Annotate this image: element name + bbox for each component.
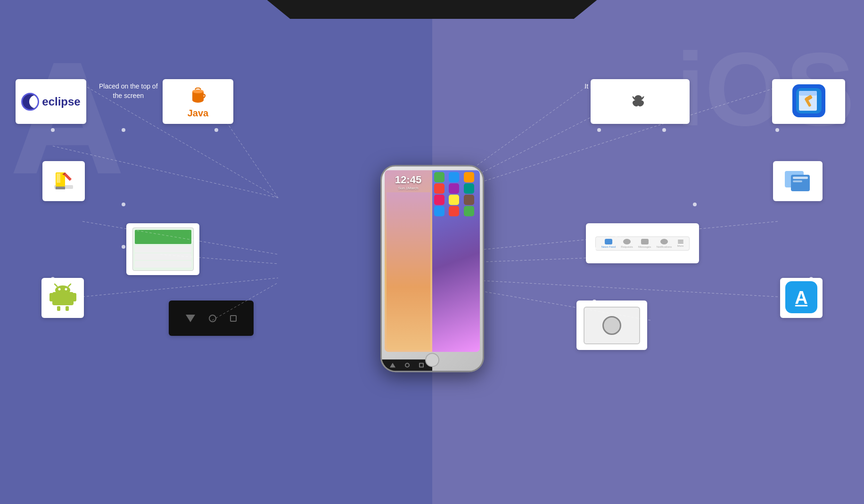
eclipse-inner [29,95,39,108]
icon-style-card-left [41,278,84,318]
tab-more-label: More [677,244,684,247]
app-icon-4 [434,183,444,194]
tab-messages: Messages [638,239,651,248]
physical-buttons [173,304,249,333]
app-icon-11 [449,206,459,216]
java-cup-svg [188,86,208,106]
tab-notifications: Notifications [657,239,672,248]
app-icon-10 [434,206,444,216]
svg-rect-30 [66,306,69,311]
tab-messages-icon [641,239,649,244]
drawer-item-2 [135,253,191,260]
dot-right-objc [662,128,666,132]
design-svg-left [52,169,75,192]
app-icon-5 [449,183,459,194]
dot-left-title [122,128,125,132]
phone-ios-side [432,170,480,352]
back-button-icon [186,315,195,322]
title-desc-right: It is in the center [584,82,633,91]
drawer-header [135,230,191,244]
tab-notifications-icon [660,239,668,244]
tab-more: More [677,240,684,247]
app-icon-2 [449,172,459,182]
eclipse-circle-icon [21,93,39,111]
home-nav-icon [405,363,410,367]
design-icon-right [782,166,813,196]
design-card-right [773,161,823,201]
app-icon-1 [434,172,444,182]
design-card-left [42,161,85,201]
java-logo: Java [186,84,210,119]
android-robot-icon [48,282,78,314]
tab-requests: Requests [621,239,633,248]
dot-left-icon [51,277,55,281]
appstore-icon: A [785,281,817,315]
title-quote-right: It is in the center [584,80,633,91]
app-icon-9 [464,195,474,205]
eclipse-card: eclipse [16,79,86,124]
tab-news-icon [605,239,612,244]
app-icon-12 [464,206,474,216]
button-style-card-right: News Feed Requests Messages Notification… [586,223,699,263]
svg-rect-28 [73,293,76,301]
banner [267,0,597,19]
android-nav-bar [382,359,432,371]
app-icon-8 [449,195,459,205]
app-icon-6 [464,183,474,194]
phone-container: 12:45 Sun.1March [380,165,484,372]
phone-date: Sun.1March [398,186,418,190]
home-button-icon [209,315,216,322]
svg-marker-20 [56,187,65,189]
svg-line-25 [55,284,57,286]
app-icon-7 [434,195,444,205]
dot-left-ide [51,128,55,132]
dot-left-design [122,203,125,206]
phone-body: 12:45 Sun.1March [380,165,484,372]
phone-time: 12:45 [395,174,421,186]
svg-point-16 [192,89,204,93]
tab-more-icon [678,240,683,244]
svg-text:A: A [795,288,807,308]
tab-news-label: News Feed [601,245,616,248]
function-card-right [576,301,647,350]
xcode-logo [792,84,825,119]
dot-right-title [597,128,601,132]
recent-button-icon [230,315,237,322]
title-desc-left: Placed on the top ofthe screen [99,82,158,100]
back-nav-icon [390,363,395,367]
phone-screen: 12:45 Sun.1March [385,170,480,352]
tab-news: News Feed [601,239,616,248]
svg-point-24 [65,288,67,291]
dot-right-function [592,300,596,303]
app-icon-3 [464,172,474,182]
svg-line-26 [68,284,71,286]
eclipse-text-label: eclipse [42,95,80,108]
tab-notifications-label: Notifications [657,245,672,248]
dot-right-ide [775,128,779,132]
button-style-card-left [126,223,199,275]
svg-rect-34 [799,91,817,96]
dot-right-design [693,203,697,206]
svg-rect-39 [793,177,808,179]
svg-rect-29 [57,306,60,311]
function-card-left [169,301,254,336]
dot-left-button [122,245,125,249]
tab-requests-label: Requests [621,245,633,248]
java-cup-icon [186,84,210,108]
objc-logo [630,93,650,110]
eclipse-logo: eclipse [21,93,80,111]
phone-home-btn [425,353,439,367]
xcode-card [772,79,845,124]
dot-right-button [592,247,596,251]
android-wallpaper [387,192,430,350]
drawer-item-3 [135,261,191,268]
dot-right-icon [809,277,813,281]
ios-home-button-icon [584,307,640,344]
ios-design-svg [782,166,813,195]
svg-point-23 [58,288,60,291]
svg-rect-27 [49,293,53,301]
svg-rect-19 [57,173,60,183]
design-icon-left [52,169,75,194]
title-quote-left: Placed on the top ofthe screen [99,80,158,100]
svg-rect-40 [793,180,802,182]
